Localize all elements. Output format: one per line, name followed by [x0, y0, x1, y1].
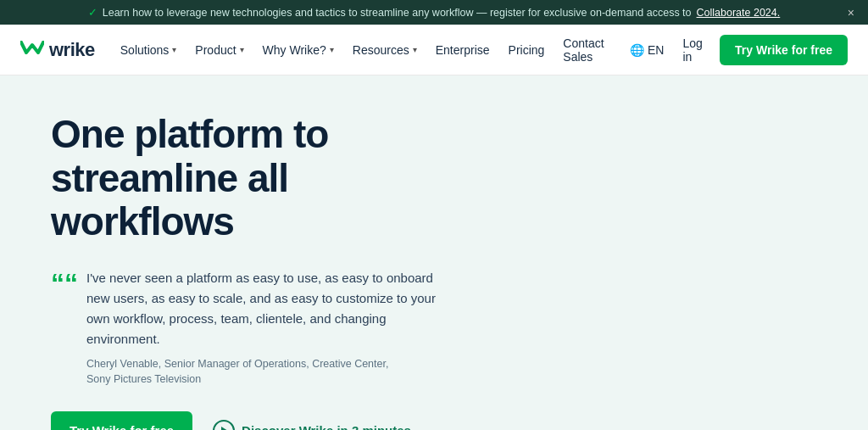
main-navbar: wrike Solutions ▾ Product ▾ Why Wrike? ▾… — [0, 25, 868, 75]
login-link[interactable]: Log in — [674, 30, 713, 70]
quote-content: I've never seen a platform as easy to us… — [86, 268, 458, 388]
language-selector[interactable]: 🌐 EN — [626, 36, 667, 64]
nav-enterprise[interactable]: Enterprise — [427, 36, 498, 64]
banner-link[interactable]: Collaborate 2024. — [697, 7, 781, 19]
nav-solutions[interactable]: Solutions ▾ — [112, 36, 186, 64]
hero-actions: Try Wrike for free Discover Wrike in 3 m… — [51, 411, 458, 430]
announcement-banner: ✓ Learn how to leverage new technologies… — [0, 0, 868, 25]
chevron-down-icon: ▾ — [413, 45, 417, 54]
nav-product[interactable]: Product ▾ — [186, 36, 252, 64]
hero-title: One platform to streamline all workflows — [51, 113, 458, 244]
play-icon — [213, 420, 235, 430]
logo[interactable]: wrike — [20, 39, 95, 61]
language-label: EN — [648, 43, 664, 57]
navbar-cta-button[interactable]: Try Wrike for free — [720, 35, 848, 65]
hero-cta-button[interactable]: Try Wrike for free — [51, 411, 192, 430]
discover-video-link[interactable]: Discover Wrike in 3 minutes — [213, 420, 411, 430]
nav-pricing[interactable]: Pricing — [500, 36, 554, 64]
chevron-down-icon: ▾ — [330, 45, 334, 54]
quote-author: Cheryl Venable, Senior Manager of Operat… — [86, 356, 458, 388]
nav-items: Solutions ▾ Product ▾ Why Wrike? ▾ Resou… — [112, 36, 554, 64]
wrike-logo-icon — [20, 41, 44, 59]
chevron-down-icon: ▾ — [240, 45, 244, 54]
play-triangle-icon — [221, 427, 228, 430]
testimonial-quote: ““ I've never seen a platform as easy to… — [51, 268, 458, 388]
nav-resources[interactable]: Resources ▾ — [344, 36, 426, 64]
close-icon[interactable]: × — [848, 6, 854, 20]
contact-sales-link[interactable]: Contact Sales — [556, 30, 620, 70]
discover-label: Discover Wrike in 3 minutes — [242, 423, 411, 430]
hero-section: One platform to streamline all workflows… — [0, 75, 509, 430]
nav-why-wrike[interactable]: Why Wrike? ▾ — [254, 36, 342, 64]
quote-text: I've never seen a platform as easy to us… — [86, 268, 458, 349]
logo-wordmark: wrike — [49, 39, 95, 61]
globe-icon: 🌐 — [630, 43, 644, 57]
quote-marks-icon: ““ — [51, 270, 78, 388]
chevron-down-icon: ▾ — [172, 45, 176, 54]
nav-right: Contact Sales 🌐 EN Log in Try Wrike for … — [556, 30, 848, 70]
check-icon: ✓ — [88, 6, 97, 19]
banner-text: Learn how to leverage new technologies a… — [103, 7, 692, 19]
